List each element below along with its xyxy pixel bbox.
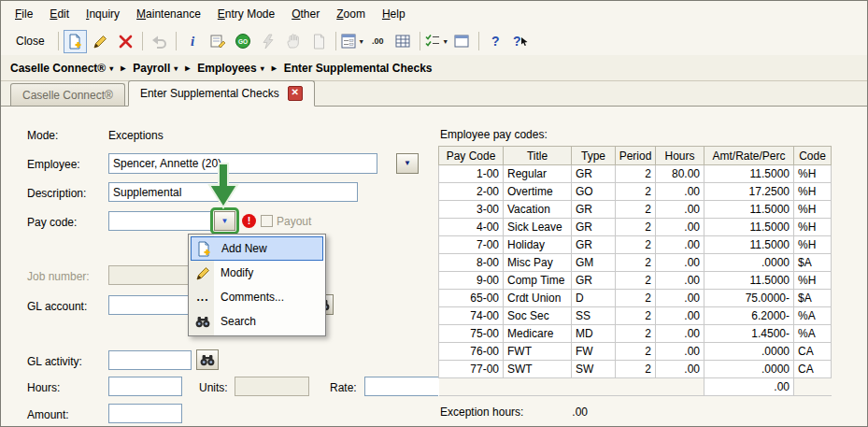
cell-code: %A [794, 307, 832, 325]
checklist-button[interactable]: ▼ [425, 30, 448, 53]
breadcrumb-current: Enter Supplemental Checks [284, 62, 433, 75]
cell-period: 2 [616, 236, 656, 254]
breadcrumb-separator-icon: ▸ [121, 63, 125, 73]
table-row[interactable]: 1-00RegularGR280.0011.5000%H [439, 165, 832, 183]
breadcrumb-item-employees[interactable]: Employees [197, 62, 256, 75]
grid-button[interactable] [391, 30, 415, 53]
table-row[interactable]: 3-00VacationGR2.0011.5000%H [439, 201, 832, 219]
cell-pay-code: 76-00 [439, 343, 504, 361]
chevron-down-icon[interactable]: ▾ [109, 64, 113, 73]
column-header-type[interactable]: Type [572, 147, 616, 165]
column-header-code[interactable]: Code [794, 147, 832, 165]
hand-button[interactable] [282, 30, 306, 53]
tab-enter-supplemental-checks[interactable]: Enter Supplemental Checks✕ [128, 80, 315, 107]
delete-record-button[interactable] [114, 30, 137, 53]
table-row[interactable]: 75-00MedicareMD2.001.4500-%A [439, 325, 832, 343]
go-button[interactable]: GO [232, 30, 255, 53]
close-button[interactable]: Close [8, 31, 52, 51]
table-row[interactable]: 2-00OvertimeGO2.0017.2500%H [439, 183, 832, 201]
table-row[interactable]: 7-00HolidayGR2.0011.5000%H [439, 236, 832, 254]
column-header-hours[interactable]: Hours [656, 147, 704, 165]
notes-icon [209, 33, 226, 50]
breadcrumb-separator-icon: ▸ [272, 63, 277, 73]
cell-amt-rate-perc: .0000 [704, 254, 794, 272]
rate-input[interactable] [364, 377, 439, 396]
table-row[interactable]: 9-00Comp TimeGR2.0011.5000%H [439, 272, 832, 290]
menu-item-entry-mode[interactable]: Entry Mode [209, 3, 283, 25]
menu-item-edit[interactable]: Edit [41, 3, 78, 25]
context-menu-item-comments[interactable]: ...Comments... [191, 285, 323, 309]
paycode-input[interactable] [108, 211, 213, 231]
edit-record-icon [92, 34, 108, 50]
table-row[interactable]: 77-00SWTSW2.00.0000CA [439, 361, 832, 378]
employee-dropdown-button[interactable]: ▼ [396, 153, 419, 174]
context-menu-item-search[interactable]: Search [191, 309, 323, 334]
cell-amt-rate-perc: .0000 [704, 343, 794, 361]
cell-title: Comp Time [504, 272, 572, 290]
toolbar-separator [335, 32, 336, 50]
amount-input[interactable] [108, 404, 182, 423]
payout-checkbox[interactable] [261, 215, 273, 227]
table-row[interactable]: 74-00Soc SecSS2.006.2000-%A [439, 307, 832, 325]
gl-activity-input[interactable] [108, 350, 192, 370]
menu-item-inquiry[interactable]: Inquiry [78, 3, 128, 25]
window-button[interactable] [450, 30, 474, 53]
cell-title: Medicare [504, 325, 572, 343]
decimal-button[interactable]: .00 [366, 30, 390, 53]
cell-code: %H [794, 219, 832, 236]
lightning-button[interactable] [257, 30, 280, 53]
context-help-button[interactable]: ? [509, 30, 533, 53]
employee-input[interactable] [108, 153, 377, 174]
table-row[interactable]: 8-00Misc PayGM2.00.0000$A [439, 254, 832, 272]
context-menu-item-label: Modify [221, 266, 253, 279]
form-view-button[interactable]: ▼ [341, 30, 364, 53]
cell-hours: .00 [656, 325, 704, 343]
table-row[interactable]: 4-00Sick LeaveGR2.0011.5000%H [439, 219, 832, 236]
cell-hours: 80.00 [656, 165, 704, 183]
cell-hours: .00 [656, 254, 704, 272]
info-button[interactable]: i [181, 30, 205, 53]
context-help-icon: ? [513, 34, 529, 49]
cell-hours: .00 [656, 307, 704, 325]
breadcrumb-item-caselle-connect[interactable]: Caselle Connect® [10, 62, 106, 75]
tab-close-button[interactable]: ✕ [288, 86, 303, 101]
gl-activity-search-button[interactable] [196, 349, 219, 370]
menu-item-zoom[interactable]: Zoom [328, 3, 374, 25]
context-menu-item-add-new[interactable]: Add New [191, 236, 323, 261]
column-header-amt-rate-perc[interactable]: Amt/Rate/Perc [704, 147, 794, 165]
menu-item-maintenance[interactable]: Maintenance [128, 3, 209, 25]
menu-item-other[interactable]: Other [283, 3, 328, 25]
table-row[interactable]: 76-00FWTFW2.00.0000CA [439, 343, 832, 361]
decimal-icon: .00 [372, 36, 384, 46]
chevron-down-icon[interactable]: ▾ [261, 64, 264, 73]
breadcrumb-item-payroll[interactable]: Payroll [133, 62, 170, 75]
cell-type: GR [572, 272, 616, 290]
document-button[interactable] [307, 30, 331, 53]
cell-type: MD [572, 325, 616, 343]
toolbar-separator [58, 32, 59, 50]
notes-button[interactable] [206, 30, 230, 53]
help-button[interactable]: ? [484, 30, 507, 53]
hours-input[interactable] [108, 377, 182, 396]
column-header-pay-code[interactable]: Pay Code [439, 147, 504, 165]
menu-item-file[interactable]: File [7, 3, 41, 25]
edit-record-button[interactable] [89, 30, 112, 53]
column-header-period[interactable]: Period [616, 147, 656, 165]
tab-caselle-connect[interactable]: Caselle Connect® [10, 83, 125, 106]
cell-type: D [572, 290, 616, 307]
cell-title: FWT [504, 343, 572, 361]
cell-title: SWT [504, 361, 572, 378]
annotation-highlight-box [210, 207, 239, 235]
new-record-button[interactable] [64, 30, 87, 53]
menu-item-help[interactable]: Help [374, 3, 414, 25]
cell-amt-rate-perc: 11.5000 [704, 272, 794, 290]
chevron-down-icon[interactable]: ▾ [174, 64, 178, 73]
cell-pay-code: 65-00 [439, 290, 504, 307]
undo-button[interactable] [148, 30, 171, 53]
toolbar-separator [420, 32, 420, 50]
table-row[interactable]: 65-00Crdt UnionD2.0075.0000-$A [439, 290, 832, 307]
ellipsis-icon: ... [192, 291, 213, 304]
column-header-title[interactable]: Title [504, 147, 572, 165]
payout-label: Payout [277, 215, 311, 228]
context-menu-item-modify[interactable]: Modify [191, 261, 323, 285]
